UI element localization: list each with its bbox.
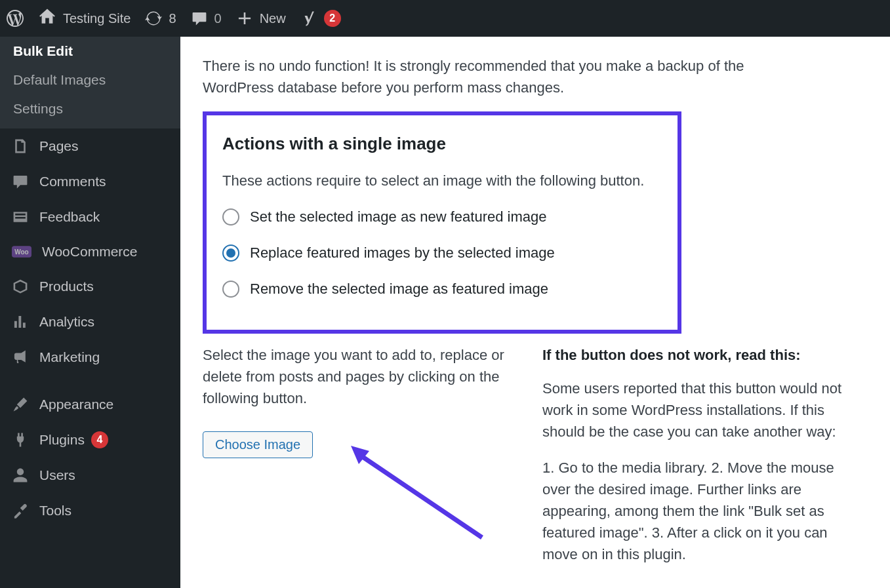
plugins-update-badge: 4 <box>91 431 108 448</box>
site-home[interactable]: Testing Site <box>38 8 131 29</box>
choose-image-button[interactable]: Choose Image <box>203 431 313 458</box>
radio-replace-label: Replace featured images by the selected … <box>250 242 555 264</box>
sidebar-label: Feedback <box>39 209 169 225</box>
sidebar-item-pages[interactable]: Pages <box>0 128 180 164</box>
user-icon <box>12 467 29 484</box>
feedback-icon <box>12 208 29 225</box>
plus-icon <box>236 10 253 27</box>
new-content[interactable]: New <box>236 10 286 27</box>
wordpress-icon <box>7 10 24 27</box>
site-name: Testing Site <box>63 11 131 26</box>
wp-logo[interactable] <box>7 10 24 27</box>
wrench-icon <box>12 502 29 519</box>
home-icon <box>38 8 56 29</box>
radio-set-input[interactable] <box>222 208 239 225</box>
main-content: There is no undo function! It is strongl… <box>180 37 890 588</box>
sidebar-item-appearance[interactable]: Appearance <box>0 387 180 422</box>
actions-single-image-box: Actions with a single image These action… <box>203 111 681 334</box>
radio-replace-input[interactable] <box>222 245 239 262</box>
box-description: These actions require to select an image… <box>222 170 662 191</box>
comment-icon <box>12 173 29 190</box>
right-heading: If the button does not work, read this: <box>542 344 851 366</box>
yoast-menu[interactable]: 2 <box>300 10 341 27</box>
sidebar-item-users[interactable]: Users <box>0 458 180 493</box>
submenu-default-images[interactable]: Default Images <box>0 66 180 94</box>
updates-count: 8 <box>169 11 176 26</box>
yoast-badge: 2 <box>324 10 341 27</box>
sidebar-item-feedback[interactable]: Feedback <box>0 199 180 235</box>
sidebar-item-products[interactable]: Products <box>0 269 180 304</box>
sidebar-item-tools[interactable]: Tools <box>0 493 180 528</box>
sidebar-item-plugins[interactable]: Plugins 4 <box>0 422 180 458</box>
radio-set-featured[interactable]: Set the selected image as new featured i… <box>222 206 662 227</box>
admin-bar: Testing Site 8 0 New 2 <box>0 0 890 37</box>
sidebar-submenu: Bulk Edit Default Images Settings <box>0 37 180 128</box>
woo-icon: Woo <box>12 246 31 258</box>
comment-icon <box>191 10 208 27</box>
sidebar-item-woocommerce[interactable]: Woo WooCommerce <box>0 235 180 269</box>
sidebar-label: Tools <box>39 503 169 519</box>
svg-text:Woo: Woo <box>14 248 28 256</box>
radio-remove-input[interactable] <box>222 281 239 298</box>
pages-icon <box>12 138 29 155</box>
submenu-settings[interactable]: Settings <box>0 94 180 123</box>
warning-text: There is no undo function! It is strongl… <box>203 55 806 98</box>
right-column: If the button does not work, read this: … <box>542 344 851 579</box>
new-label: New <box>260 11 286 26</box>
megaphone-icon <box>12 349 29 366</box>
sidebar-label: Plugins 4 <box>39 431 169 448</box>
comments-link[interactable]: 0 <box>191 10 222 27</box>
sidebar-item-marketing[interactable]: Marketing <box>0 340 180 375</box>
sidebar-label: Pages <box>39 138 169 154</box>
products-icon <box>12 278 29 295</box>
sidebar-label: WooCommerce <box>42 244 169 260</box>
left-instruction: Select the image you want to add to, rep… <box>203 344 511 409</box>
plug-icon <box>12 431 29 448</box>
analytics-icon <box>12 313 29 330</box>
radio-remove-label: Remove the selected image as featured im… <box>250 278 548 300</box>
yoast-icon <box>300 10 317 27</box>
sidebar-label: Users <box>39 467 169 483</box>
radio-set-label: Set the selected image as new featured i… <box>250 206 547 227</box>
sidebar-label: Appearance <box>39 397 169 412</box>
brush-icon <box>12 396 29 413</box>
sidebar-label: Products <box>39 279 169 294</box>
radio-replace-featured[interactable]: Replace featured images by the selected … <box>222 242 662 264</box>
admin-sidebar: Bulk Edit Default Images Settings Pages … <box>0 37 180 588</box>
sidebar-label: Analytics <box>39 314 169 330</box>
sidebar-label: Comments <box>39 174 169 189</box>
update-icon <box>145 10 162 27</box>
sidebar-label: Marketing <box>39 349 169 365</box>
radio-remove-featured[interactable]: Remove the selected image as featured im… <box>222 278 662 300</box>
right-p2: 1. Go to the media library. 2. Move the … <box>542 457 851 565</box>
right-p1: Some users reported that this button wou… <box>542 378 851 442</box>
comments-count: 0 <box>214 11 222 26</box>
submenu-bulk-edit[interactable]: Bulk Edit <box>0 37 180 66</box>
updates-link[interactable]: 8 <box>145 10 176 27</box>
two-column-row: Select the image you want to add to, rep… <box>203 344 868 579</box>
box-heading: Actions with a single image <box>222 131 662 157</box>
sidebar-item-analytics[interactable]: Analytics <box>0 304 180 340</box>
sidebar-item-comments[interactable]: Comments <box>0 164 180 199</box>
left-column: Select the image you want to add to, rep… <box>203 344 511 579</box>
